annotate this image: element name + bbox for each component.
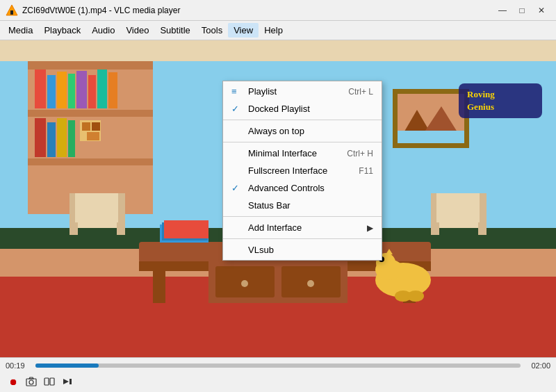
playlist-check: ≡	[231, 86, 245, 97]
svg-rect-10	[57, 72, 67, 108]
separator-2	[223, 142, 382, 142]
window-controls: — □ ✕	[493, 3, 550, 18]
fullscreen-shortcut: F11	[359, 166, 373, 176]
svg-rect-5	[28, 61, 153, 70]
add-interface-label: Add Interface	[248, 222, 367, 233]
minimal-interface-label: Minimal Interface	[248, 148, 341, 158]
svg-rect-37	[164, 220, 208, 238]
svg-rect-15	[108, 72, 117, 108]
menu-docked-playlist[interactable]: ✓ Docked Playlist	[223, 100, 382, 117]
svg-marker-66	[29, 377, 33, 379]
docked-playlist-check: ✓	[231, 104, 245, 114]
svg-rect-19	[68, 120, 75, 157]
minimal-interface-shortcut: Ctrl+ H	[347, 149, 373, 158]
separator-1	[223, 120, 382, 120]
add-interface-arrow: ▶	[367, 223, 373, 233]
menu-advanced-controls[interactable]: ✓ Advanced Controls	[223, 179, 382, 197]
playlist-label: Playlist	[248, 86, 343, 97]
menu-audio[interactable]: Audio	[86, 23, 120, 38]
video-area: Roving Genius ≡ Playlist Ctrl+ L ✓ Docke…	[0, 40, 556, 357]
svg-text:Roving: Roving	[467, 89, 495, 99]
menu-add-interface[interactable]: Add Interface ▶	[223, 219, 382, 236]
title-bar: ZCI69dVtW0E (1).mp4 - VLC media player —…	[0, 0, 556, 21]
svg-rect-12	[76, 71, 87, 108]
svg-rect-70	[70, 379, 72, 384]
svg-rect-67	[44, 378, 49, 385]
svg-rect-8	[35, 70, 46, 108]
svg-rect-13	[88, 75, 96, 108]
svg-rect-7	[28, 158, 153, 165]
progress-area: 00:19 02:00	[0, 358, 556, 373]
menu-video[interactable]: Video	[120, 23, 154, 38]
svg-point-34	[307, 280, 314, 287]
time-total: 02:00	[526, 361, 550, 370]
window-title: ZCI69dVtW0E (1).mp4 - VLC media player	[22, 6, 493, 15]
separator-3	[223, 216, 382, 217]
svg-rect-17	[47, 122, 56, 157]
svg-rect-45	[436, 193, 480, 222]
menu-playlist[interactable]: ≡ Playlist Ctrl+ L	[223, 83, 382, 100]
progress-fill	[35, 364, 99, 368]
menu-playback[interactable]: Playback	[38, 23, 86, 38]
menu-always-on-top[interactable]: Always on top	[223, 122, 382, 140]
playlist-shortcut: Ctrl+ L	[348, 87, 373, 97]
svg-rect-1	[10, 10, 13, 15]
svg-marker-69	[63, 379, 69, 384]
svg-rect-22	[92, 122, 100, 131]
advanced-controls-bar: ⏺	[0, 373, 556, 390]
menu-help[interactable]: Help	[259, 23, 288, 38]
menu-subtitle[interactable]: Subtitle	[154, 23, 195, 38]
vlsub-label: VLsub	[248, 245, 373, 255]
frame-button[interactable]	[42, 375, 57, 389]
status-bar-label: Status Bar	[248, 200, 373, 211]
svg-rect-50	[398, 131, 464, 143]
advanced-controls-label: Advanced Controls	[248, 183, 373, 193]
svg-rect-3	[0, 40, 556, 61]
svg-rect-21	[82, 122, 90, 131]
svg-point-65	[29, 380, 33, 384]
svg-rect-18	[57, 118, 67, 157]
progress-track[interactable]	[35, 364, 521, 368]
svg-rect-28	[153, 261, 165, 303]
svg-rect-9	[47, 75, 56, 108]
menu-bar: Media Playback Audio Video Subtitle Tool…	[0, 21, 556, 40]
menu-fullscreen-interface[interactable]: Fullscreen Interface F11	[223, 162, 382, 179]
maximize-button[interactable]: □	[513, 3, 531, 18]
menu-minimal-interface[interactable]: Minimal Interface Ctrl+ H	[223, 145, 382, 162]
vlc-icon	[6, 4, 18, 17]
menu-vlsub[interactable]: VLsub	[223, 241, 382, 259]
menu-status-bar[interactable]: Status Bar	[223, 197, 382, 214]
svg-rect-16	[35, 118, 46, 157]
svg-rect-14	[97, 70, 107, 108]
svg-point-57	[407, 291, 424, 302]
svg-rect-41	[75, 193, 118, 222]
frame-step-button[interactable]	[60, 375, 75, 389]
docked-playlist-label: Docked Playlist	[248, 104, 368, 114]
snapshot-button[interactable]	[24, 375, 39, 389]
time-current: 00:19	[6, 361, 30, 370]
fullscreen-label: Fullscreen Interface	[248, 165, 353, 176]
controls-area: 00:19 02:00 ⏺	[0, 357, 556, 392]
advanced-controls-check: ✓	[231, 183, 245, 193]
minimize-button[interactable]: —	[493, 3, 512, 18]
menu-media[interactable]: Media	[3, 23, 38, 38]
menu-view[interactable]: View	[228, 23, 259, 38]
close-button[interactable]: ✕	[532, 3, 550, 18]
menu-tools[interactable]: Tools	[196, 23, 228, 38]
svg-rect-11	[68, 74, 75, 108]
record-button[interactable]: ⏺	[6, 375, 21, 389]
svg-rect-23	[87, 132, 99, 140]
separator-4	[223, 238, 382, 239]
svg-rect-6	[28, 110, 153, 117]
svg-rect-68	[50, 378, 54, 385]
svg-point-33	[241, 280, 248, 287]
view-dropdown: ≡ Playlist Ctrl+ L ✓ Docked Playlist Alw…	[222, 81, 382, 261]
always-on-top-label: Always on top	[248, 126, 373, 136]
svg-text:Genius: Genius	[467, 101, 494, 112]
